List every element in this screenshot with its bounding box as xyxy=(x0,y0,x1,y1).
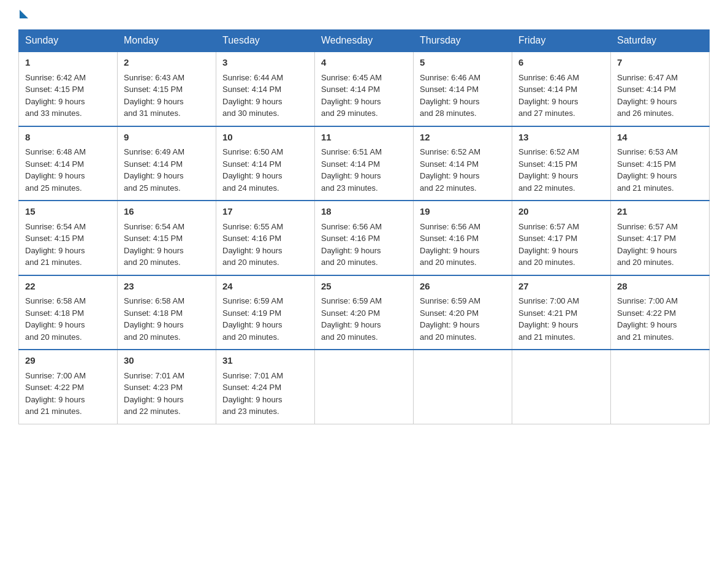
day-number: 29 xyxy=(25,354,111,368)
calendar-cell xyxy=(611,350,710,424)
calendar-cell: 21 Sunrise: 6:57 AMSunset: 4:17 PMDaylig… xyxy=(611,201,710,275)
day-info: Sunrise: 6:43 AMSunset: 4:15 PMDaylight:… xyxy=(124,73,184,118)
day-number: 9 xyxy=(124,131,210,145)
day-number: 5 xyxy=(420,56,506,70)
day-number: 4 xyxy=(321,56,407,70)
day-info: Sunrise: 7:01 AMSunset: 4:23 PMDaylight:… xyxy=(124,371,184,416)
day-info: Sunrise: 6:58 AMSunset: 4:18 PMDaylight:… xyxy=(25,296,86,342)
calendar-week-row: 1 Sunrise: 6:42 AMSunset: 4:15 PMDayligh… xyxy=(19,52,710,126)
header-saturday: Saturday xyxy=(611,30,710,52)
day-info: Sunrise: 6:57 AMSunset: 4:17 PMDaylight:… xyxy=(518,222,579,267)
day-info: Sunrise: 6:57 AMSunset: 4:17 PMDaylight:… xyxy=(617,222,678,267)
day-info: Sunrise: 7:00 AMSunset: 4:21 PMDaylight:… xyxy=(518,296,579,342)
day-number: 11 xyxy=(321,131,407,145)
day-number: 14 xyxy=(617,131,703,145)
day-info: Sunrise: 6:56 AMSunset: 4:16 PMDaylight:… xyxy=(420,222,480,267)
calendar-cell: 24 Sunrise: 6:59 AMSunset: 4:19 PMDaylig… xyxy=(216,275,315,350)
day-info: Sunrise: 6:52 AMSunset: 4:14 PMDaylight:… xyxy=(420,147,480,193)
day-info: Sunrise: 6:59 AMSunset: 4:19 PMDaylight:… xyxy=(222,296,283,342)
day-number: 31 xyxy=(222,354,308,368)
day-info: Sunrise: 6:52 AMSunset: 4:15 PMDaylight:… xyxy=(518,147,579,193)
day-info: Sunrise: 6:44 AMSunset: 4:14 PMDaylight:… xyxy=(222,73,283,118)
day-info: Sunrise: 6:59 AMSunset: 4:20 PMDaylight:… xyxy=(321,296,382,342)
day-info: Sunrise: 6:56 AMSunset: 4:16 PMDaylight:… xyxy=(321,222,382,267)
day-number: 25 xyxy=(321,280,407,294)
calendar-cell xyxy=(414,350,512,424)
calendar-cell xyxy=(512,350,611,424)
day-number: 30 xyxy=(124,354,210,368)
calendar-cell: 7 Sunrise: 6:47 AMSunset: 4:14 PMDayligh… xyxy=(611,52,710,126)
calendar-cell: 15 Sunrise: 6:54 AMSunset: 4:15 PMDaylig… xyxy=(19,201,118,275)
calendar-cell: 28 Sunrise: 7:00 AMSunset: 4:22 PMDaylig… xyxy=(611,275,710,350)
day-number: 23 xyxy=(124,280,210,294)
calendar-cell: 5 Sunrise: 6:46 AMSunset: 4:14 PMDayligh… xyxy=(414,52,512,126)
calendar-cell: 10 Sunrise: 6:50 AMSunset: 4:14 PMDaylig… xyxy=(216,126,315,201)
day-number: 13 xyxy=(518,131,604,145)
day-number: 16 xyxy=(124,205,210,219)
day-number: 12 xyxy=(420,131,506,145)
calendar-cell: 11 Sunrise: 6:51 AMSunset: 4:14 PMDaylig… xyxy=(315,126,414,201)
day-number: 6 xyxy=(518,56,604,70)
day-info: Sunrise: 6:46 AMSunset: 4:14 PMDaylight:… xyxy=(518,73,579,118)
calendar-cell: 13 Sunrise: 6:52 AMSunset: 4:15 PMDaylig… xyxy=(512,126,611,201)
calendar-week-row: 15 Sunrise: 6:54 AMSunset: 4:15 PMDaylig… xyxy=(19,201,710,275)
header-tuesday: Tuesday xyxy=(216,30,315,52)
calendar-cell: 20 Sunrise: 6:57 AMSunset: 4:17 PMDaylig… xyxy=(512,201,611,275)
logo xyxy=(18,12,28,17)
calendar-cell: 14 Sunrise: 6:53 AMSunset: 4:15 PMDaylig… xyxy=(611,126,710,201)
header-friday: Friday xyxy=(512,30,611,52)
logo-triangle-icon xyxy=(20,10,28,18)
calendar-cell: 1 Sunrise: 6:42 AMSunset: 4:15 PMDayligh… xyxy=(19,52,118,126)
day-info: Sunrise: 6:47 AMSunset: 4:14 PMDaylight:… xyxy=(617,73,678,118)
day-number: 3 xyxy=(222,56,308,70)
calendar-cell: 4 Sunrise: 6:45 AMSunset: 4:14 PMDayligh… xyxy=(315,52,414,126)
day-info: Sunrise: 6:53 AMSunset: 4:15 PMDaylight:… xyxy=(617,147,678,193)
calendar-cell xyxy=(315,350,414,424)
calendar-cell: 22 Sunrise: 6:58 AMSunset: 4:18 PMDaylig… xyxy=(19,275,118,350)
calendar-cell: 12 Sunrise: 6:52 AMSunset: 4:14 PMDaylig… xyxy=(414,126,512,201)
calendar-cell: 9 Sunrise: 6:49 AMSunset: 4:14 PMDayligh… xyxy=(118,126,216,201)
calendar-table: SundayMondayTuesdayWednesdayThursdayFrid… xyxy=(18,29,710,424)
calendar-cell: 23 Sunrise: 6:58 AMSunset: 4:18 PMDaylig… xyxy=(118,275,216,350)
calendar-cell: 26 Sunrise: 6:59 AMSunset: 4:20 PMDaylig… xyxy=(414,275,512,350)
day-number: 7 xyxy=(617,56,703,70)
day-info: Sunrise: 6:54 AMSunset: 4:15 PMDaylight:… xyxy=(25,222,86,267)
calendar-cell: 17 Sunrise: 6:55 AMSunset: 4:16 PMDaylig… xyxy=(216,201,315,275)
day-number: 21 xyxy=(617,205,703,219)
day-info: Sunrise: 6:46 AMSunset: 4:14 PMDaylight:… xyxy=(420,73,480,118)
calendar-cell: 27 Sunrise: 7:00 AMSunset: 4:21 PMDaylig… xyxy=(512,275,611,350)
day-number: 17 xyxy=(222,205,308,219)
calendar-cell: 18 Sunrise: 6:56 AMSunset: 4:16 PMDaylig… xyxy=(315,201,414,275)
day-number: 22 xyxy=(25,280,111,294)
day-number: 1 xyxy=(25,56,111,70)
day-info: Sunrise: 7:00 AMSunset: 4:22 PMDaylight:… xyxy=(25,371,86,416)
day-number: 18 xyxy=(321,205,407,219)
day-info: Sunrise: 6:42 AMSunset: 4:15 PMDaylight:… xyxy=(25,73,86,118)
calendar-cell: 16 Sunrise: 6:54 AMSunset: 4:15 PMDaylig… xyxy=(118,201,216,275)
calendar-cell: 25 Sunrise: 6:59 AMSunset: 4:20 PMDaylig… xyxy=(315,275,414,350)
day-info: Sunrise: 7:00 AMSunset: 4:22 PMDaylight:… xyxy=(617,296,678,342)
header-wednesday: Wednesday xyxy=(315,30,414,52)
header-thursday: Thursday xyxy=(414,30,512,52)
header-monday: Monday xyxy=(118,30,216,52)
day-info: Sunrise: 7:01 AMSunset: 4:24 PMDaylight:… xyxy=(222,371,283,416)
calendar-week-row: 29 Sunrise: 7:00 AMSunset: 4:22 PMDaylig… xyxy=(19,350,710,424)
day-info: Sunrise: 6:59 AMSunset: 4:20 PMDaylight:… xyxy=(420,296,480,342)
calendar-cell: 29 Sunrise: 7:00 AMSunset: 4:22 PMDaylig… xyxy=(19,350,118,424)
day-number: 26 xyxy=(420,280,506,294)
day-number: 19 xyxy=(420,205,506,219)
calendar-week-row: 8 Sunrise: 6:48 AMSunset: 4:14 PMDayligh… xyxy=(19,126,710,201)
day-number: 10 xyxy=(222,131,308,145)
calendar-cell: 30 Sunrise: 7:01 AMSunset: 4:23 PMDaylig… xyxy=(118,350,216,424)
calendar-cell: 8 Sunrise: 6:48 AMSunset: 4:14 PMDayligh… xyxy=(19,126,118,201)
day-number: 8 xyxy=(25,131,111,145)
day-info: Sunrise: 6:45 AMSunset: 4:14 PMDaylight:… xyxy=(321,73,382,118)
day-info: Sunrise: 6:55 AMSunset: 4:16 PMDaylight:… xyxy=(222,222,283,267)
calendar-week-row: 22 Sunrise: 6:58 AMSunset: 4:18 PMDaylig… xyxy=(19,275,710,350)
day-number: 24 xyxy=(222,280,308,294)
calendar-cell: 6 Sunrise: 6:46 AMSunset: 4:14 PMDayligh… xyxy=(512,52,611,126)
day-info: Sunrise: 6:49 AMSunset: 4:14 PMDaylight:… xyxy=(124,147,184,193)
day-number: 15 xyxy=(25,205,111,219)
page-header xyxy=(18,12,710,17)
calendar-cell: 31 Sunrise: 7:01 AMSunset: 4:24 PMDaylig… xyxy=(216,350,315,424)
